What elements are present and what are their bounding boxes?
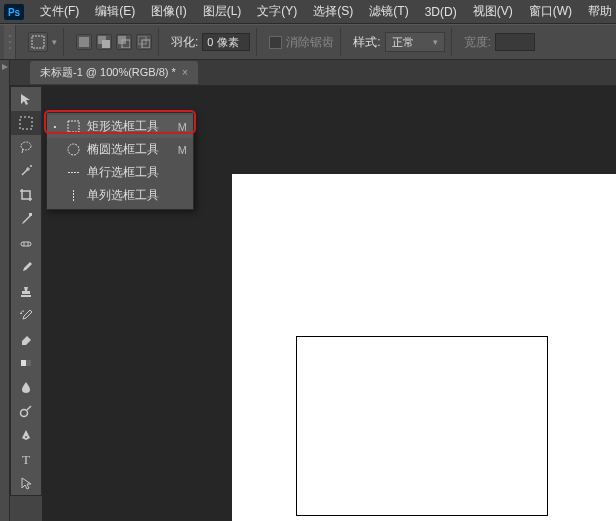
flyout-item-col[interactable]: 单列选框工具	[47, 184, 193, 207]
tool-history-brush[interactable]	[11, 303, 41, 327]
menu-help[interactable]: 帮助	[580, 0, 616, 24]
menu-view[interactable]: 视图(V)	[465, 0, 521, 24]
tool-gradient[interactable]	[11, 351, 41, 375]
tool-eyedropper[interactable]	[11, 207, 41, 231]
svg-rect-5	[32, 36, 44, 48]
chevron-down-icon[interactable]: ▾	[52, 37, 57, 47]
selection-rectangle	[296, 336, 548, 516]
svg-text:Ps: Ps	[8, 7, 21, 18]
tool-stamp[interactable]	[11, 279, 41, 303]
ps-logo: Ps	[4, 3, 24, 21]
flyout-item-ellipse[interactable]: 椭圆选框工具 M	[47, 138, 193, 161]
width-label: 宽度:	[464, 34, 491, 51]
tool-bar: T	[10, 86, 42, 496]
close-icon[interactable]: ×	[182, 67, 188, 78]
tool-move[interactable]	[11, 87, 41, 111]
flyout-label: 单列选框工具	[87, 187, 181, 204]
antialias-checkbox[interactable]	[269, 36, 282, 49]
svg-point-22	[25, 436, 27, 438]
tool-healing[interactable]	[11, 231, 41, 255]
style-label: 样式:	[353, 34, 380, 51]
flyout-item-row[interactable]: 单行选框工具	[47, 161, 193, 184]
svg-point-21	[21, 410, 28, 417]
svg-point-4	[9, 47, 11, 49]
left-panel-strip	[0, 60, 10, 521]
flyout-label: 单行选框工具	[87, 164, 181, 181]
svg-rect-13	[20, 117, 32, 129]
selection-mode-group	[70, 28, 159, 56]
menu-filter[interactable]: 滤镜(T)	[361, 0, 416, 24]
flyout-shortcut: M	[178, 144, 187, 156]
marquee-flyout: • 矩形选框工具 M 椭圆选框工具 M 单行选框工具 单列选框工具	[46, 112, 194, 210]
selection-intersect-icon[interactable]	[136, 34, 152, 50]
menu-bar: Ps 文件(F) 编辑(E) 图像(I) 图层(L) 文字(Y) 选择(S) 滤…	[0, 0, 616, 24]
menu-type[interactable]: 文字(Y)	[249, 0, 305, 24]
tool-magic-wand[interactable]	[11, 159, 41, 183]
svg-rect-17	[21, 242, 31, 246]
menu-3d[interactable]: 3D(D)	[417, 1, 465, 23]
svg-text:T: T	[22, 452, 30, 466]
svg-point-14	[21, 142, 31, 150]
svg-point-15	[30, 165, 32, 167]
single-col-marquee-icon	[65, 189, 81, 202]
tool-text[interactable]: T	[11, 447, 41, 471]
menu-file[interactable]: 文件(F)	[32, 0, 87, 24]
flyout-shortcut: M	[178, 121, 187, 133]
svg-point-25	[68, 144, 79, 155]
ellipse-marquee-icon	[65, 143, 81, 156]
tool-eraser[interactable]	[11, 327, 41, 351]
svg-rect-8	[102, 40, 110, 48]
svg-rect-16	[29, 213, 32, 216]
document-tab-bar: 未标题-1 @ 100%(RGB/8) * ×	[0, 60, 616, 86]
width-input[interactable]	[495, 33, 535, 51]
menu-layer[interactable]: 图层(L)	[195, 0, 250, 24]
selection-new-icon[interactable]	[76, 34, 92, 50]
menu-select[interactable]: 选择(S)	[305, 0, 361, 24]
svg-point-2	[9, 35, 11, 37]
options-grip[interactable]	[4, 25, 16, 59]
svg-point-3	[9, 41, 11, 43]
svg-rect-19	[21, 360, 31, 366]
antialias-label: 消除锯齿	[286, 34, 334, 51]
tool-lasso[interactable]	[11, 135, 41, 159]
document-title: 未标题-1 @ 100%(RGB/8) *	[40, 65, 176, 80]
tool-dodge[interactable]	[11, 399, 41, 423]
feather-label: 羽化:	[171, 34, 198, 51]
chevron-down-icon: ▾	[433, 37, 438, 47]
flyout-item-rect[interactable]: • 矩形选框工具 M	[47, 115, 193, 138]
document-tab[interactable]: 未标题-1 @ 100%(RGB/8) * ×	[30, 61, 198, 84]
menu-edit[interactable]: 编辑(E)	[87, 0, 143, 24]
tool-pen[interactable]	[11, 423, 41, 447]
tool-preset-icon[interactable]	[28, 32, 48, 52]
expand-icon[interactable]	[2, 64, 8, 70]
flyout-label: 椭圆选框工具	[87, 141, 172, 158]
svg-rect-18	[21, 295, 31, 297]
tool-marquee[interactable]	[11, 111, 41, 135]
options-bar: ▾ 羽化: 消除锯齿 样式: 正常 ▾ 宽度:	[0, 24, 616, 60]
svg-rect-24	[68, 121, 79, 132]
svg-rect-20	[21, 360, 26, 366]
tool-path-select[interactable]	[11, 471, 41, 495]
menu-image[interactable]: 图像(I)	[143, 0, 194, 24]
selection-add-icon[interactable]	[96, 34, 112, 50]
feather-input[interactable]	[202, 33, 250, 51]
style-value: 正常	[392, 35, 414, 50]
bullet-icon: •	[51, 122, 59, 131]
tool-crop[interactable]	[11, 183, 41, 207]
tool-brush[interactable]	[11, 255, 41, 279]
menu-window[interactable]: 窗口(W)	[521, 0, 580, 24]
single-row-marquee-icon	[65, 166, 81, 179]
rectangle-marquee-icon	[65, 120, 81, 133]
tool-blur[interactable]	[11, 375, 41, 399]
selection-subtract-icon[interactable]	[116, 34, 132, 50]
flyout-label: 矩形选框工具	[87, 118, 172, 135]
svg-rect-6	[79, 37, 89, 47]
style-select[interactable]: 正常 ▾	[385, 32, 445, 52]
